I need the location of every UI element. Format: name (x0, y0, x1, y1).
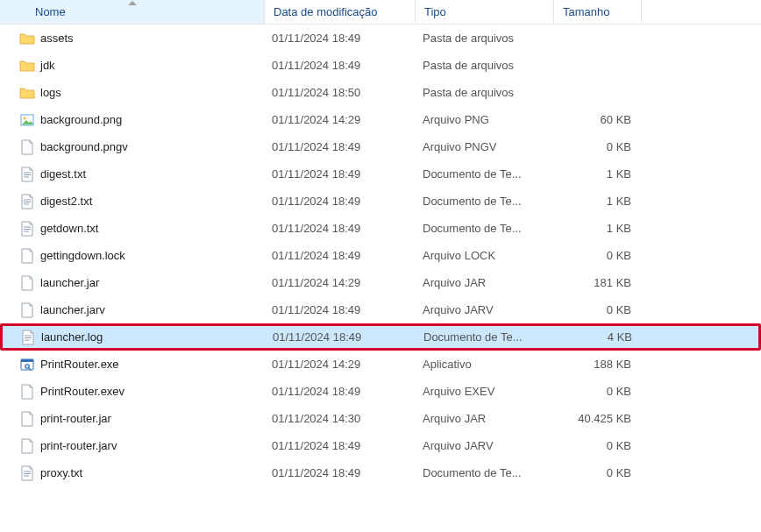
file-name-label: digest.txt (40, 167, 86, 181)
file-list: assets01/11/2024 18:49Pasta de arquivosj… (0, 25, 761, 486)
file-name-cell: launcher.jar (2, 275, 263, 291)
file-date-cell: 01/11/2024 18:49 (263, 439, 414, 452)
file-size-cell: 60 KB (552, 113, 637, 126)
column-header-name-label: Nome (35, 5, 66, 18)
file-date-cell: 01/11/2024 18:50 (263, 86, 414, 99)
file-row[interactable]: logs01/11/2024 18:50Pasta de arquivos (0, 79, 761, 106)
file-type-cell: Documento de Te... (415, 330, 553, 344)
file-type-cell: Pasta de arquivos (414, 32, 552, 45)
file-name-label: assets (40, 32, 74, 45)
file-date-cell: 01/11/2024 14:30 (263, 412, 414, 425)
file-name-cell: getdown.txt (2, 221, 263, 237)
file-type-cell: Arquivo JARV (414, 303, 552, 316)
file-date-cell: 01/11/2024 18:49 (263, 195, 414, 208)
folder-icon (19, 85, 35, 101)
file-name-cell: assets (2, 31, 263, 46)
file-size-cell: 1 KB (552, 167, 637, 181)
file-type-cell: Arquivo JAR (414, 412, 552, 425)
file-date-cell: 01/11/2024 18:49 (263, 167, 414, 181)
file-size-cell: 0 KB (552, 140, 637, 153)
file-size-cell: 188 KB (552, 358, 637, 371)
column-header-date[interactable]: Data de modificação (265, 0, 416, 24)
file-date-cell: 01/11/2024 18:49 (263, 249, 414, 262)
exe-icon (19, 357, 35, 372)
file-date-cell: 01/11/2024 18:49 (263, 385, 414, 398)
text-icon (19, 167, 35, 182)
file-name-cell: launcher.jarv (2, 302, 263, 318)
file-type-cell: Pasta de arquivos (414, 86, 552, 99)
column-header-size-label: Tamanho (563, 5, 609, 18)
file-row[interactable]: digest.txt01/11/2024 18:49Documento de T… (0, 160, 761, 188)
file-date-cell: 01/11/2024 18:49 (263, 222, 414, 235)
file-row[interactable]: print-router.jarv01/11/2024 18:49Arquivo… (0, 432, 761, 459)
file-size-cell: 0 KB (552, 439, 637, 452)
file-type-cell: Documento de Te... (414, 167, 552, 181)
file-row[interactable]: assets01/11/2024 18:49Pasta de arquivos (0, 25, 761, 52)
file-name-label: logs (40, 86, 61, 99)
file-name-label: digest2.txt (40, 195, 92, 208)
column-header-size[interactable]: Tamanho (554, 0, 642, 24)
file-row[interactable]: launcher.jarv01/11/2024 18:49Arquivo JAR… (0, 296, 761, 323)
file-type-cell: Arquivo PNG (414, 113, 552, 126)
file-name-label: background.png (40, 113, 122, 126)
file-name-cell: digest.txt (2, 167, 263, 182)
file-name-cell: logs (2, 85, 263, 101)
image-icon (19, 112, 35, 128)
file-name-label: getdown.txt (40, 222, 99, 235)
column-header-type-label: Tipo (424, 5, 446, 18)
text-icon (19, 194, 35, 209)
file-size-cell: 1 KB (552, 195, 637, 208)
file-size-cell: 0 KB (552, 249, 637, 262)
file-row[interactable]: launcher.jar01/11/2024 14:29Arquivo JAR1… (0, 269, 761, 296)
file-row[interactable]: background.png01/11/2024 14:29Arquivo PN… (0, 106, 761, 133)
file-date-cell: 01/11/2024 18:49 (263, 466, 414, 479)
file-name-cell: launcher.log (3, 330, 264, 345)
file-name-label: gettingdown.lock (40, 249, 125, 262)
file-icon (19, 438, 35, 454)
file-icon (19, 411, 35, 427)
file-name-label: PrintRouter.exe (40, 358, 119, 371)
file-row[interactable]: print-router.jar01/11/2024 14:30Arquivo … (0, 405, 761, 432)
file-name-cell: print-router.jarv (2, 438, 263, 454)
file-name-cell: jdk (2, 58, 263, 74)
file-row[interactable]: background.pngv01/11/2024 18:49Arquivo P… (0, 133, 761, 160)
file-name-label: PrintRouter.exev (40, 385, 124, 398)
file-row[interactable]: gettingdown.lock01/11/2024 18:49Arquivo … (0, 242, 761, 269)
file-type-cell: Arquivo PNGV (414, 140, 552, 153)
column-header-type[interactable]: Tipo (416, 0, 554, 24)
file-name-label: background.pngv (40, 140, 128, 153)
file-row[interactable]: proxy.txt01/11/2024 18:49Documento de Te… (0, 459, 761, 486)
file-date-cell: 01/11/2024 18:49 (263, 140, 414, 153)
file-row[interactable]: jdk01/11/2024 18:49Pasta de arquivos (0, 52, 761, 79)
file-size-cell: 0 KB (552, 466, 637, 479)
file-name-label: launcher.log (41, 330, 103, 344)
file-date-cell: 01/11/2024 14:29 (263, 358, 414, 371)
file-name-label: jdk (40, 59, 55, 72)
file-type-cell: Arquivo LOCK (414, 249, 552, 262)
file-size-cell: 181 KB (552, 276, 637, 289)
file-name-cell: digest2.txt (2, 194, 263, 209)
file-icon (19, 275, 35, 291)
file-row[interactable]: PrintRouter.exe01/11/2024 14:29Aplicativ… (0, 351, 761, 378)
file-type-cell: Arquivo EXEV (414, 385, 552, 398)
file-name-cell: PrintRouter.exe (2, 357, 263, 372)
file-row[interactable]: getdown.txt01/11/2024 18:49Documento de … (0, 215, 761, 242)
file-name-label: launcher.jarv (40, 303, 105, 316)
sort-ascending-icon (128, 1, 137, 5)
file-size-cell: 0 KB (552, 303, 637, 316)
file-icon (19, 384, 35, 400)
file-name-cell: gettingdown.lock (2, 248, 263, 264)
file-row[interactable]: digest2.txt01/11/2024 18:49Documento de … (0, 188, 761, 215)
file-size-cell: 0 KB (552, 385, 637, 398)
column-header-date-label: Data de modificação (274, 5, 378, 18)
file-date-cell: 01/11/2024 18:49 (263, 59, 414, 72)
file-name-label: print-router.jarv (40, 439, 117, 452)
file-size-cell: 4 KB (553, 330, 637, 344)
column-header-name[interactable]: Nome (0, 0, 265, 24)
file-type-cell: Documento de Te... (414, 195, 552, 208)
file-date-cell: 01/11/2024 18:49 (264, 330, 415, 344)
file-date-cell: 01/11/2024 14:29 (263, 276, 414, 289)
text-icon (20, 330, 36, 345)
file-row[interactable]: launcher.log01/11/2024 18:49Documento de… (0, 323, 761, 351)
file-row[interactable]: PrintRouter.exev01/11/2024 18:49Arquivo … (0, 378, 761, 405)
